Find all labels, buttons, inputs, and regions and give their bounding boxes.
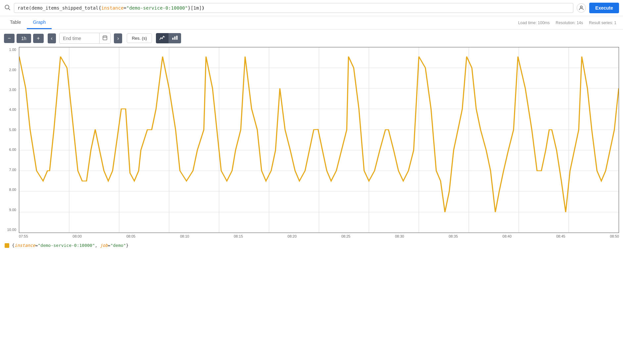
y-label-1: 1.00 xyxy=(4,48,16,52)
x-label-11: 08:50 xyxy=(610,234,619,238)
end-time-input[interactable] xyxy=(60,34,99,43)
duration-label: 1h xyxy=(17,34,31,43)
x-label-4: 08:15 xyxy=(234,234,243,238)
y-label-10: 10.00 xyxy=(4,228,16,232)
query-range: [1m] xyxy=(191,5,202,11)
chart-type-group xyxy=(156,33,181,43)
x-label-3: 08:10 xyxy=(180,234,189,238)
load-time: Load time: 100ms xyxy=(518,21,550,25)
query-equals: = xyxy=(123,5,126,11)
svg-point-2 xyxy=(580,6,582,8)
x-label-2: 08:05 xyxy=(126,234,136,238)
y-label-9: 9.00 xyxy=(4,208,16,212)
query-filter-key: instance xyxy=(101,5,123,11)
y-axis: 10.00 9.00 8.00 7.00 6.00 5.00 4.00 3.00… xyxy=(4,47,19,232)
main-chart-svg xyxy=(19,47,619,233)
y-label-2: 2.00 xyxy=(4,68,16,72)
tab-table[interactable]: Table xyxy=(4,16,27,29)
execute-button[interactable]: Execute xyxy=(589,3,619,13)
query-filter-val: "demo-service-0:10000" xyxy=(126,5,188,11)
chart-svg-wrap xyxy=(19,47,619,233)
x-label-10: 08:45 xyxy=(556,234,565,238)
legend-text: {instance="demo-service-0:10000", job="d… xyxy=(12,243,128,248)
x-label-0: 07:55 xyxy=(19,234,28,238)
svg-rect-9 xyxy=(176,36,177,40)
y-label-8: 8.00 xyxy=(4,188,16,192)
resolution: Resolution: 14s xyxy=(556,21,583,25)
svg-rect-8 xyxy=(174,36,175,40)
x-label-7: 08:30 xyxy=(395,234,404,238)
y-label-7: 7.00 xyxy=(4,168,16,172)
next-button[interactable]: › xyxy=(114,33,122,43)
end-time-group xyxy=(59,33,111,44)
chart-wrap: 10.00 9.00 8.00 7.00 6.00 5.00 4.00 3.00… xyxy=(4,47,619,233)
x-label-6: 08:25 xyxy=(341,234,351,238)
resolution-button[interactable]: Res. (s) xyxy=(127,33,152,43)
svg-line-1 xyxy=(9,8,10,10)
bar-chart-button[interactable] xyxy=(168,33,181,43)
query-metric: demo_items_shipped_total{ xyxy=(31,5,101,11)
legend: {instance="demo-service-0:10000", job="d… xyxy=(0,238,623,251)
calendar-button[interactable] xyxy=(99,33,110,43)
legend-color-swatch xyxy=(5,243,9,248)
y-label-4: 4.00 xyxy=(4,108,16,112)
query-close-brace: } xyxy=(188,5,190,11)
minus-button[interactable]: − xyxy=(4,34,15,43)
tab-graph[interactable]: Graph xyxy=(27,16,52,29)
tab-group: Table Graph xyxy=(4,16,52,29)
plus-button[interactable]: + xyxy=(33,34,44,43)
x-axis: 07:55 08:00 08:05 08:10 08:15 08:20 08:2… xyxy=(4,233,619,238)
tabs-row: Table Graph Load time: 100ms Resolution:… xyxy=(0,16,623,29)
y-label-6: 6.00 xyxy=(4,148,16,152)
tab-meta: Load time: 100ms Resolution: 14s Result … xyxy=(518,21,619,25)
user-icon[interactable] xyxy=(577,3,586,13)
search-icon xyxy=(4,4,11,12)
search-bar: rate(demo_items_shipped_total{instance="… xyxy=(0,0,623,16)
x-label-9: 08:40 xyxy=(503,234,512,238)
y-label-5: 5.00 xyxy=(4,128,16,132)
query-prefix: rate( xyxy=(18,5,31,11)
svg-rect-3 xyxy=(103,36,107,40)
line-chart-button[interactable] xyxy=(156,33,168,43)
svg-rect-7 xyxy=(172,38,173,40)
chart-container: 10.00 9.00 8.00 7.00 6.00 5.00 4.00 3.00… xyxy=(4,47,619,238)
controls-row: − 1h + ‹ › Res. (s) xyxy=(0,29,623,47)
query-close-paren: ) xyxy=(202,5,204,11)
result-series: Result series: 1 xyxy=(589,21,616,25)
y-label-3: 3.00 xyxy=(4,88,16,92)
x-label-1: 08:00 xyxy=(72,234,82,238)
svg-point-0 xyxy=(5,5,9,9)
x-label-8: 08:35 xyxy=(449,234,458,238)
prev-button[interactable]: ‹ xyxy=(48,33,56,43)
query-input[interactable]: rate(demo_items_shipped_total{instance="… xyxy=(14,3,573,13)
x-label-5: 08:20 xyxy=(288,234,297,238)
